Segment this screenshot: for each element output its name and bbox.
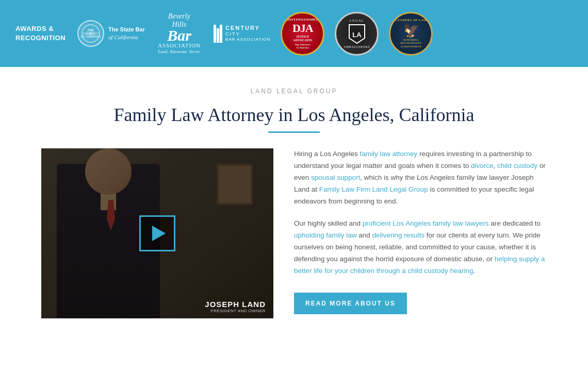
- video-container[interactable]: JOSEPH LAND PRESIDENT AND OWNER: [41, 148, 273, 318]
- para1-link-custody[interactable]: child custody: [497, 162, 537, 169]
- state-bar-seal-icon: THE UNIVERSITY OF CALIFORNIA U: [77, 20, 104, 47]
- bh-bar-text: Bar: [167, 28, 191, 42]
- para2-link-delivering[interactable]: delivering results: [372, 231, 424, 239]
- century-text-block: CENTURY CITY BAR ASSOCIATION: [225, 25, 270, 42]
- state-bar-text: The State Bar of California: [108, 26, 145, 42]
- city-text: CITY: [225, 31, 270, 37]
- para1-link-spousal[interactable]: spousal support: [311, 174, 360, 181]
- read-more-button[interactable]: READ MORE ABOUT US: [294, 293, 407, 314]
- awards-label: AWARDS & RECOGNITION: [15, 24, 67, 43]
- play-button[interactable]: [139, 215, 175, 251]
- para2-link-upholding[interactable]: upholding family law: [294, 231, 357, 239]
- bh-beverly-text: Beverly: [168, 12, 190, 20]
- svg-text:LA: LA: [352, 31, 362, 39]
- play-triangle-icon: [152, 226, 166, 241]
- century-text: CENTURY: [225, 25, 270, 31]
- para1-link-family-law[interactable]: family law attorney: [360, 150, 418, 158]
- para2-text3: and: [357, 231, 372, 239]
- para1-link-divorce[interactable]: divorce: [471, 162, 494, 169]
- section-label: LAND LEGAL GROUP: [41, 88, 547, 95]
- legal-ambassadors-badge: LEGAL LA AMBASSADORS: [335, 12, 379, 56]
- para2-text5: .: [473, 267, 475, 275]
- bar-assoc-text: BAR ASSOCIATION: [225, 37, 270, 42]
- main-heading: Family Law Attorney in Los Angeles, Cali…: [41, 104, 547, 126]
- paragraph-1: Hiring a Los Angeles family law attorney…: [294, 148, 547, 208]
- heading-underline: [268, 131, 320, 133]
- century-city-bar-logo: CENTURY CITY BAR ASSOCIATION: [214, 25, 270, 43]
- para1-link-firm[interactable]: Family Law Firm Land Legal Group: [319, 185, 428, 193]
- person-name-text: JOSEPH LAND: [205, 300, 266, 309]
- svg-text:U: U: [89, 31, 92, 36]
- para1-text3: ,: [493, 162, 497, 169]
- main-content: LAND LEGAL GROUP Family Law Attorney in …: [0, 67, 588, 339]
- bh-tagline-text: Lead. Advocate. Serve.: [158, 49, 201, 55]
- leaders-of-law-badge: LEADERS OF LAW 🦅 HONORINGRECOGNITIONACHI…: [389, 12, 433, 56]
- para2-link-proficient[interactable]: proficient Los Angeles family law lawyer…: [363, 219, 489, 227]
- video-name-overlay: JOSEPH LAND PRESIDENT AND OWNER: [205, 300, 266, 313]
- awards-bar: AWARDS & RECOGNITION THE UNIVERSITY OF C…: [0, 0, 588, 67]
- century-columns-icon: [214, 25, 222, 43]
- dja-badge: DISTINGUISHED DJA JUSTICEADVOCATES Top A…: [281, 12, 324, 56]
- bh-association-text: Association: [158, 42, 201, 48]
- para1-text: Hiring a Los Angeles: [294, 150, 360, 158]
- person-title-text: PRESIDENT AND OWNER: [205, 309, 266, 313]
- beverly-hills-bar-logo: Beverly Hills Bar Association Lead. Advo…: [158, 12, 201, 55]
- para2-text2: are dedicated to: [488, 219, 541, 227]
- content-row: JOSEPH LAND PRESIDENT AND OWNER Hiring a…: [41, 148, 547, 318]
- paragraph-2: Our highly skilled and proficient Los An…: [294, 218, 547, 277]
- text-content: Hiring a Los Angeles family law attorney…: [294, 148, 547, 314]
- para2-text1: Our highly skilled and: [294, 219, 363, 227]
- state-bar-logo: THE UNIVERSITY OF CALIFORNIA U The State…: [77, 20, 145, 47]
